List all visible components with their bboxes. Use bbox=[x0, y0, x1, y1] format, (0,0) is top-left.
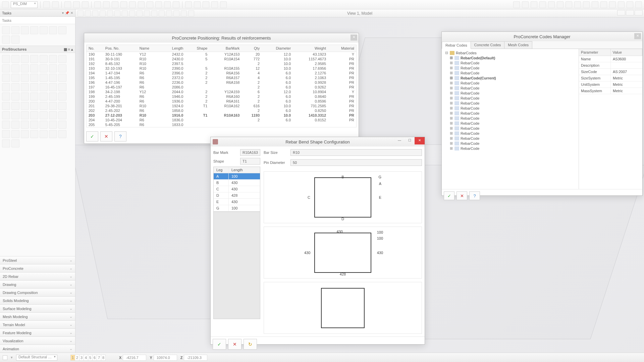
tool-icon[interactable] bbox=[30, 55, 38, 63]
ribbon-icon[interactable] bbox=[600, 1, 607, 8]
tool-icon[interactable] bbox=[2, 139, 10, 147]
tree-item[interactable]: ⊞RebarCode bbox=[443, 111, 577, 116]
ribbon-icon[interactable] bbox=[147, 1, 153, 8]
tree-item[interactable]: ⊞RebarCode bbox=[443, 136, 577, 141]
tree-item[interactable]: ⊞RebarCode bbox=[443, 126, 577, 131]
view-tool-icon[interactable] bbox=[107, 10, 113, 16]
tool-icon[interactable] bbox=[30, 130, 38, 138]
tool-icon[interactable] bbox=[11, 93, 19, 101]
expand-icon[interactable]: ⊞ bbox=[449, 71, 453, 75]
col-header[interactable]: BarMark bbox=[209, 45, 241, 52]
prostructures-section[interactable]: ProStructures ▦≡▴ bbox=[0, 46, 75, 53]
tool-icon[interactable] bbox=[11, 74, 19, 82]
col-header[interactable]: Material bbox=[328, 45, 356, 52]
expand-icon[interactable]: ⊞ bbox=[449, 121, 453, 125]
table-row[interactable]: 19332-10-193R102390.05R10A1551210.017.69… bbox=[87, 66, 356, 71]
tree-item[interactable]: ⊞RebarCode bbox=[443, 60, 577, 65]
leg-row[interactable]: A100 bbox=[214, 173, 260, 180]
tool-icon[interactable] bbox=[2, 26, 10, 34]
ribbon-icon[interactable] bbox=[120, 1, 127, 8]
tool-icon[interactable] bbox=[11, 121, 19, 129]
flip-button[interactable]: ↻ bbox=[244, 339, 257, 350]
results-title-bar[interactable]: ProConcrete Positioning: Results of rein… bbox=[84, 33, 359, 43]
z-coord[interactable]: -21109.3 bbox=[184, 355, 207, 361]
col-header[interactable]: Pos. No. bbox=[103, 45, 138, 52]
ribbon-icon[interactable] bbox=[609, 1, 616, 8]
tab[interactable]: Concrete Codes bbox=[471, 41, 505, 49]
view-number-selector[interactable]: 12345678 bbox=[71, 355, 106, 361]
tool-icon[interactable] bbox=[40, 55, 48, 63]
pin-icon[interactable]: 📌 bbox=[65, 11, 69, 15]
expand-icon[interactable]: ⊞ bbox=[449, 56, 453, 60]
tool-icon[interactable] bbox=[11, 139, 19, 147]
tool-icon[interactable] bbox=[21, 74, 29, 82]
tasks-combo[interactable]: Tasks bbox=[0, 17, 75, 24]
tool-icon[interactable] bbox=[30, 102, 38, 110]
tool-icon[interactable] bbox=[11, 55, 19, 63]
col-header[interactable]: Name bbox=[138, 45, 160, 52]
view-tool-icon[interactable] bbox=[85, 10, 91, 16]
table-row[interactable]: 2055-45-205R61833.0 bbox=[87, 122, 356, 127]
expand-icon[interactable]: ⊞ bbox=[449, 66, 453, 70]
tool-icon[interactable] bbox=[49, 64, 57, 72]
tool-icon[interactable] bbox=[2, 83, 10, 91]
tool-icon[interactable] bbox=[11, 26, 19, 34]
view-tool-icon[interactable] bbox=[137, 10, 143, 16]
tool-icon[interactable] bbox=[49, 102, 57, 110]
tree-item[interactable]: ⊞RebarCode bbox=[443, 65, 577, 70]
view-number[interactable]: 2 bbox=[75, 355, 79, 361]
ribbon-icon[interactable] bbox=[627, 1, 633, 8]
tool-icon[interactable] bbox=[11, 130, 19, 138]
ribbon-icon[interactable] bbox=[103, 1, 110, 8]
layer-combo[interactable]: PS_DIM bbox=[11, 1, 38, 8]
tool-icon[interactable] bbox=[30, 83, 38, 91]
property-row[interactable]: NameAS3600 bbox=[579, 56, 642, 62]
tool-icon[interactable] bbox=[2, 55, 10, 63]
view-max-icon[interactable] bbox=[626, 10, 634, 15]
tree-item[interactable]: ⊞RebarCode bbox=[443, 70, 577, 75]
tool-icon[interactable] bbox=[58, 102, 66, 110]
grid-view-icon[interactable]: ▦ bbox=[64, 47, 67, 52]
ribbon-icon[interactable] bbox=[194, 1, 201, 8]
leg-row[interactable]: C430 bbox=[214, 186, 260, 192]
table-row[interactable]: 1992-45-199R61946.02R6A16026.00.8640PR bbox=[87, 94, 356, 99]
tool-icon[interactable] bbox=[21, 83, 29, 91]
tool-icon[interactable] bbox=[49, 93, 57, 101]
tree-item[interactable]: ⊞RebarCode bbox=[443, 141, 577, 146]
cancel-button[interactable]: ✕ bbox=[457, 191, 467, 200]
tree-item[interactable]: ⊞RebarCode bbox=[443, 121, 577, 126]
view-tool-icon[interactable] bbox=[92, 10, 98, 16]
expand-icon[interactable]: ⊞ bbox=[449, 146, 453, 150]
tool-icon[interactable] bbox=[30, 111, 38, 119]
bend-title-bar[interactable]: Rebar Bend Shape Configuration — ☐ ✕ bbox=[211, 137, 425, 146]
y-coord[interactable]: 10974.0 bbox=[154, 355, 177, 361]
col-header[interactable]: Qty bbox=[241, 45, 262, 52]
ribbon-icon[interactable] bbox=[173, 1, 179, 8]
snap-icon[interactable] bbox=[3, 355, 7, 360]
col-header[interactable]: Shape bbox=[185, 45, 210, 52]
ribbon-icon[interactable] bbox=[138, 1, 145, 8]
list-view-icon[interactable]: ≡ bbox=[68, 47, 70, 52]
view-number[interactable]: 7 bbox=[97, 355, 101, 361]
tool-icon[interactable] bbox=[49, 111, 57, 119]
tree-item[interactable]: ⊞RebarCode bbox=[443, 90, 577, 96]
expand-icon[interactable]: ⊞ bbox=[449, 96, 453, 100]
table-row[interactable]: 1951-45-195R62372.02R6A15746.02.1063PR bbox=[87, 75, 356, 80]
tool-icon[interactable] bbox=[21, 55, 29, 63]
tool-icon[interactable] bbox=[30, 93, 38, 101]
expand-icon[interactable]: ⊞ bbox=[449, 126, 453, 130]
expand-icon[interactable]: ⊞ bbox=[449, 106, 453, 110]
view-tool-icon[interactable] bbox=[77, 10, 84, 16]
ribbon-icon[interactable] bbox=[635, 1, 642, 8]
maximize-icon[interactable]: ☐ bbox=[405, 137, 415, 144]
view-min-icon[interactable] bbox=[617, 10, 625, 15]
ribbon-icon[interactable] bbox=[164, 1, 171, 8]
expand-icon[interactable]: ⊞ bbox=[449, 111, 453, 115]
tree-item[interactable]: ⊞RebarCode bbox=[443, 85, 577, 90]
table-row[interactable]: 2004-47-200R61936.02R6A16126.00.8596PR bbox=[87, 99, 356, 104]
tool-icon[interactable] bbox=[21, 26, 29, 34]
tool-icon[interactable] bbox=[40, 83, 48, 91]
tool-icon[interactable] bbox=[40, 26, 48, 34]
property-row[interactable]: UnitSystemMetric bbox=[579, 81, 642, 88]
tool-icon[interactable] bbox=[40, 64, 48, 72]
